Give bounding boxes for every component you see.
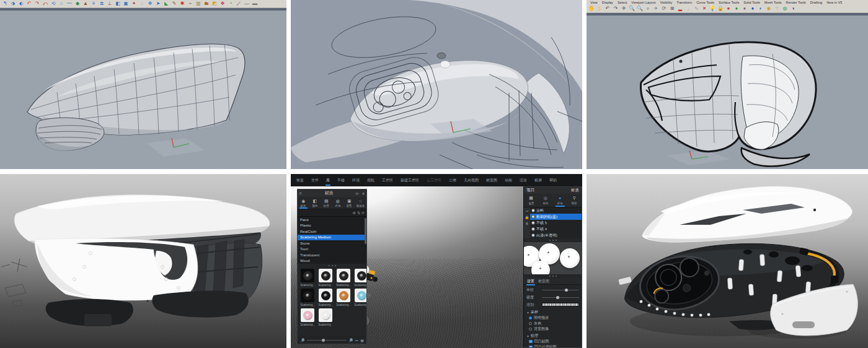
menu-item-solid-tools[interactable]: Solid Tools bbox=[743, 1, 760, 4]
material-thumbnail[interactable]: Scattering ... bbox=[353, 269, 366, 287]
slider-handle[interactable] bbox=[565, 289, 568, 292]
library-tab-5[interactable]: ☆收藏夹 bbox=[355, 197, 367, 209]
material-thumbnail[interactable]: Scattering ... bbox=[317, 269, 334, 287]
ribbon-item-10[interactable]: 几何视图 bbox=[461, 174, 482, 186]
zoom-window-icon[interactable]: 🔍 bbox=[636, 6, 644, 11]
library-tab-2[interactable]: ▤纹理 bbox=[321, 197, 332, 209]
project-tab-1[interactable]: ◎相机 bbox=[538, 194, 552, 207]
surface-icon[interactable]: ▬ bbox=[251, 1, 259, 6]
radio-icon[interactable] bbox=[529, 316, 532, 320]
zoom-out-icon[interactable]: 🔎 bbox=[300, 338, 305, 342]
wave-icon[interactable]: ∿ bbox=[693, 6, 700, 11]
explode-star-icon[interactable]: ✱ bbox=[179, 1, 186, 6]
zoom-slider-handle[interactable] bbox=[322, 339, 325, 342]
material-category-row[interactable]: Scattering Medium bbox=[298, 235, 366, 241]
dash-icon[interactable]: ⌁ bbox=[187, 1, 194, 6]
list-view-icon[interactable]: ≔ bbox=[355, 338, 358, 342]
project-tab-3[interactable]: ⚲照明 bbox=[567, 194, 582, 207]
perpendicular-icon[interactable]: ⊥ bbox=[106, 1, 113, 6]
zoom-icon[interactable]: 🔍 bbox=[628, 6, 636, 11]
fillet-icon[interactable]: ◣ bbox=[162, 1, 170, 6]
line-icon[interactable]: ／ bbox=[235, 1, 242, 6]
material-category-row[interactable]: Stone bbox=[298, 240, 366, 246]
move-icon[interactable]: ✛ bbox=[620, 6, 627, 11]
ribbon-item-11[interactable]: 材质图 bbox=[483, 174, 500, 186]
redo-icon[interactable]: ↷ bbox=[33, 1, 41, 6]
section-caret-icon[interactable]: ▼ bbox=[526, 334, 529, 338]
lock-icon[interactable]: 🔒 bbox=[717, 6, 724, 11]
refresh-icon[interactable]: ⟳ bbox=[354, 191, 360, 196]
material-thumbnail[interactable]: Scattering ... bbox=[335, 289, 352, 307]
menu-item-curve-tools[interactable]: Curve Tools bbox=[696, 1, 714, 4]
lamp-icon[interactable]: 💡 bbox=[709, 6, 716, 11]
rotate-view-icon[interactable]: ⟲ bbox=[50, 1, 57, 6]
ribbon-item-14[interactable]: 截屏 bbox=[531, 174, 545, 186]
arc-icon[interactable]: ◞ bbox=[684, 6, 692, 11]
library-tab-4[interactable]: ▣背景 bbox=[343, 197, 355, 209]
radio-icon[interactable] bbox=[529, 322, 532, 325]
ribbon-item-2[interactable]: 库 bbox=[323, 174, 333, 186]
trash-icon[interactable]: 🗑 bbox=[525, 222, 529, 225]
material-thumbnail[interactable]: Scattering ... bbox=[317, 289, 334, 307]
filter-icon[interactable]: ⚙ bbox=[353, 211, 356, 215]
paste-tool-icon[interactable]: ⬖ bbox=[17, 1, 25, 6]
material-thumbnail[interactable]: Scattering ... bbox=[299, 289, 316, 307]
material-preview-sphere[interactable] bbox=[560, 248, 580, 268]
material-category-row[interactable]: Translucent bbox=[298, 252, 366, 258]
analyze-icon[interactable]: ◔ bbox=[227, 1, 234, 6]
checkbox-icon[interactable] bbox=[529, 346, 533, 347]
material-category-row[interactable]: RealCloth bbox=[298, 228, 366, 235]
material-thumbnail[interactable]: Scattering ... bbox=[353, 289, 366, 307]
material-preview-sphere[interactable] bbox=[531, 261, 550, 274]
material-category-row[interactable]: Toon bbox=[298, 246, 366, 253]
refresh-icon[interactable]: ⟳ bbox=[660, 6, 668, 11]
sort-icon[interactable]: ⇅ bbox=[357, 211, 360, 215]
copy-tool-icon[interactable]: ⬗ bbox=[9, 1, 17, 6]
material-category-row[interactable]: Wood bbox=[298, 258, 366, 264]
redo-icon[interactable]: ↷ bbox=[612, 6, 619, 11]
ribbon-item-4[interactable]: 环境 bbox=[349, 174, 363, 186]
roughness-texture-strip[interactable] bbox=[542, 303, 579, 307]
menu-item-render-tools[interactable]: Render Tools bbox=[786, 1, 806, 4]
polyline-icon[interactable]: — bbox=[243, 1, 250, 6]
notes-icon[interactable]: ▯ bbox=[596, 6, 603, 11]
radio-option[interactable]: 照明预设 bbox=[526, 315, 579, 321]
select-icon[interactable]: ➤ bbox=[154, 1, 162, 6]
slider-track[interactable] bbox=[542, 297, 579, 298]
radio-icon[interactable] bbox=[529, 328, 532, 331]
material-icon[interactable]: ◉ bbox=[765, 6, 773, 11]
gumball-icon[interactable]: ✥ bbox=[146, 1, 154, 6]
library-tab-3[interactable]: ◍环境 bbox=[332, 197, 344, 209]
shade-icon[interactable]: ◩ bbox=[211, 1, 218, 6]
scene-material-row[interactable]: 不锈 5 bbox=[530, 220, 582, 226]
material-thumbnail[interactable]: Scattering ... bbox=[299, 308, 316, 326]
material-category-row[interactable]: Paint bbox=[298, 217, 366, 223]
environment-icon[interactable]: ◍ bbox=[781, 6, 789, 11]
scene-material-row[interactable]: 涂料 bbox=[530, 207, 582, 214]
trim-icon[interactable]: ▣ bbox=[122, 1, 130, 6]
layer-state-icon[interactable]: ≣ bbox=[98, 1, 105, 6]
ribbon-item-13[interactable]: 渲染 bbox=[516, 174, 530, 186]
menu-item-transform[interactable]: Transform bbox=[676, 1, 692, 4]
section-caret-icon[interactable]: ▼ bbox=[526, 311, 529, 315]
rhino-wireframe-viewport[interactable] bbox=[587, 15, 868, 169]
green-sphere-icon[interactable]: ● bbox=[733, 6, 740, 11]
zoom-slider[interactable] bbox=[307, 340, 347, 341]
undo-icon[interactable]: ↶ bbox=[25, 1, 33, 6]
checkbox-icon[interactable] bbox=[529, 340, 533, 344]
ribbon-item-6[interactable]: 工作区 bbox=[379, 174, 396, 186]
folder-icon[interactable]: 🖿 bbox=[203, 1, 210, 6]
library-tab-1[interactable]: ◧颜色 bbox=[309, 197, 321, 209]
red-dash-icon[interactable]: ▂ bbox=[676, 6, 684, 11]
lock-icon[interactable]: 🔒 bbox=[525, 215, 529, 219]
slider-track[interactable] bbox=[542, 290, 579, 290]
layers-icon[interactable]: ≡ bbox=[90, 1, 97, 6]
explode-icon[interactable]: ✦ bbox=[130, 1, 138, 6]
render-icon[interactable]: ❖ bbox=[219, 1, 226, 6]
rhino-shaded-viewport[interactable] bbox=[0, 11, 286, 169]
hatch-icon[interactable]: ▥ bbox=[195, 1, 202, 6]
link-icon[interactable]: ⚯ bbox=[526, 209, 529, 213]
cone-icon[interactable]: ▲ bbox=[82, 1, 89, 6]
grid-icon[interactable]: ⊞ bbox=[668, 6, 676, 11]
curve-icon[interactable]: 〰 bbox=[66, 1, 73, 6]
